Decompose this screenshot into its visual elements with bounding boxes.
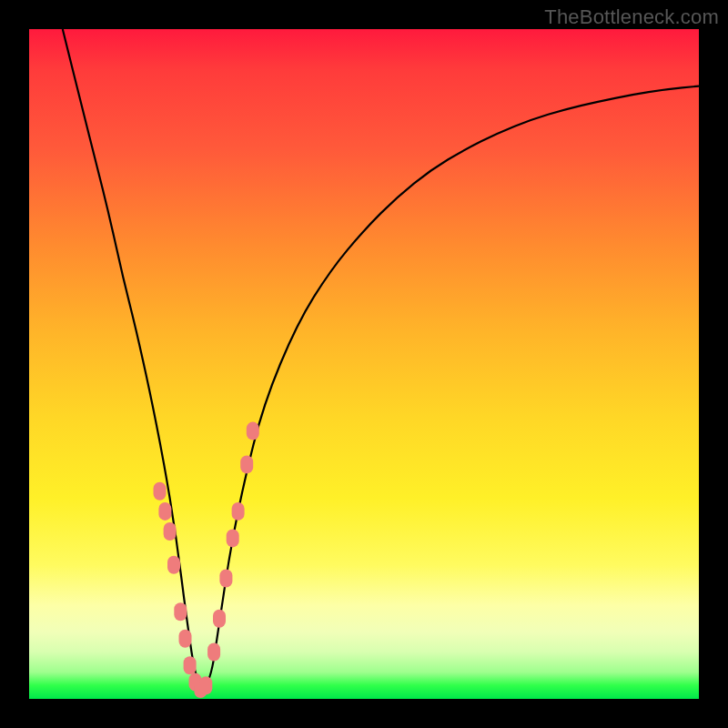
highlight-dot [227, 529, 239, 547]
highlight-dot [179, 630, 192, 648]
highlight-dot [184, 656, 197, 674]
highlight-dot [154, 482, 167, 500]
highlight-dot [174, 602, 187, 621]
chart-frame: TheBottleneck.com [0, 0, 728, 728]
chart-svg [29, 29, 699, 699]
plot-area [29, 29, 699, 699]
highlight-dot [164, 522, 177, 541]
highlight-dot [213, 610, 226, 628]
highlight-dot [207, 643, 220, 662]
curve-line [63, 29, 699, 685]
bottleneck-curve-path [63, 29, 699, 685]
highlight-dot [219, 570, 232, 588]
highlight-dot [232, 502, 245, 521]
watermark-text: TheBottleneck.com [544, 5, 719, 29]
highlight-dot [199, 676, 212, 694]
highlight-dot [158, 502, 171, 521]
highlight-dot [240, 455, 253, 473]
highlight-dot [247, 422, 259, 440]
highlight-dots-group [154, 422, 259, 698]
highlight-dot [167, 556, 180, 574]
